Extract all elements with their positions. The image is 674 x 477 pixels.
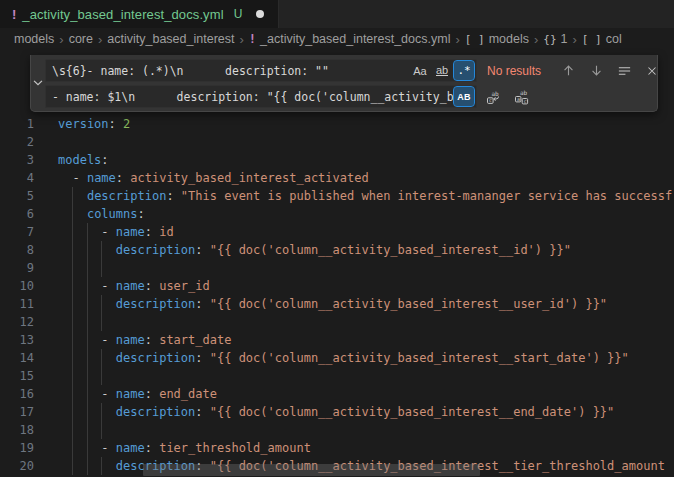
- indent-guide: [72, 313, 73, 331]
- breadcrumb-item[interactable]: {}1: [543, 32, 567, 46]
- line-number: 11: [0, 295, 34, 313]
- horizontal-scrollbar[interactable]: [143, 464, 480, 476]
- line-number: 12: [0, 313, 34, 331]
- yaml-file-icon: !: [12, 7, 16, 22]
- code-line[interactable]: 2: [0, 133, 674, 151]
- code-line[interactable]: 4 - name: activity_based_interest_activa…: [0, 169, 674, 187]
- line-number: 4: [0, 169, 34, 187]
- code-token: :: [195, 351, 209, 365]
- code-token: name: [116, 333, 145, 347]
- whole-word-toggle[interactable]: ab: [432, 61, 452, 80]
- replace-all-button[interactable]: ab a c: [511, 86, 533, 108]
- code-editor[interactable]: 1version: 223models:4 - name: activity_b…: [0, 115, 674, 475]
- code-line[interactable]: 17 description: "{{ doc('column__activit…: [0, 403, 674, 421]
- next-match-button[interactable]: [585, 60, 607, 82]
- line-number: 3: [0, 151, 34, 169]
- line-content: - name: tier_threshold_amount: [34, 439, 674, 457]
- code-line[interactable]: 1version: 2: [0, 115, 674, 133]
- indent-guide: [101, 295, 102, 313]
- line-content: - name: end_date: [34, 385, 674, 403]
- close-find-button[interactable]: [641, 60, 663, 82]
- svg-text:a: a: [517, 95, 520, 101]
- regex-toggle[interactable]: .*: [454, 61, 474, 80]
- code-line[interactable]: 6 columns:: [0, 205, 674, 223]
- code-token: description: [116, 351, 195, 365]
- line-content: models:: [34, 151, 674, 169]
- modified-dot-icon[interactable]: [256, 10, 264, 18]
- close-icon: [645, 64, 659, 78]
- indent-guide: [87, 241, 88, 259]
- code-token: :: [116, 171, 130, 185]
- selection-lines-icon: [617, 63, 632, 78]
- code-token: :: [145, 387, 159, 401]
- replace-button[interactable]: ab c: [483, 86, 505, 108]
- line-content: - name: user_id: [34, 277, 674, 295]
- line-content: description: "{{ doc('column__activity_b…: [34, 349, 674, 367]
- indent-guide: [87, 277, 88, 295]
- indent-guide: [87, 331, 88, 349]
- code-line[interactable]: 13 - name: start_date: [0, 331, 674, 349]
- code-token: :: [101, 153, 108, 167]
- code-line[interactable]: 14 description: "{{ doc('column__activit…: [0, 349, 674, 367]
- line-content: description: "{{ doc('column__activity_b…: [34, 403, 674, 421]
- code-token: :: [195, 243, 209, 257]
- line-number: 15: [0, 367, 34, 385]
- breadcrumb-item[interactable]: models: [14, 32, 54, 46]
- code-line[interactable]: 5 description: "This event is published …: [0, 187, 674, 205]
- find-in-selection-button[interactable]: [613, 60, 635, 82]
- code-token: description: [87, 189, 166, 203]
- breadcrumb-separator-icon: ›: [98, 32, 102, 47]
- svg-text:ab: ab: [492, 89, 500, 96]
- line-number: 5: [0, 187, 34, 205]
- code-line[interactable]: 8 description: "{{ doc('column__activity…: [0, 241, 674, 259]
- code-line[interactable]: 10 - name: user_id: [0, 277, 674, 295]
- indent-guide: [72, 421, 73, 439]
- breadcrumb-item[interactable]: [ ]models: [465, 32, 529, 46]
- arrow-down-icon: [589, 63, 604, 78]
- indent-guide: [72, 403, 73, 421]
- breadcrumb-label: activity_based_interest: [107, 32, 234, 46]
- code-token: user_id: [159, 279, 210, 293]
- breadcrumb-item[interactable]: [ ]col: [582, 32, 622, 46]
- line-number: 9: [0, 259, 34, 277]
- line-number: 14: [0, 349, 34, 367]
- indent-guide: [101, 457, 102, 475]
- chevron-down-icon: [31, 76, 45, 90]
- indent-guide: [72, 295, 73, 313]
- indent-guide: [87, 421, 88, 439]
- find-input[interactable]: \s{6}- name: (.*)\n description: "" Aa a…: [45, 59, 477, 82]
- code-line[interactable]: 9: [0, 259, 674, 277]
- preserve-case-toggle[interactable]: AB: [454, 87, 474, 106]
- find-input-value[interactable]: \s{6}- name: (.*)\n description: "": [46, 64, 410, 78]
- breadcrumb-item[interactable]: core: [69, 32, 93, 46]
- code-line[interactable]: 19 - name: tier_threshold_amount: [0, 439, 674, 457]
- code-line[interactable]: 16 - name: end_date: [0, 385, 674, 403]
- previous-match-button[interactable]: [557, 60, 579, 82]
- indent-guide: [72, 223, 73, 241]
- code-token: tier_threshold_amount: [159, 441, 311, 455]
- code-line[interactable]: 18: [0, 421, 674, 439]
- code-line[interactable]: 15: [0, 367, 674, 385]
- code-line[interactable]: 3models:: [0, 151, 674, 169]
- tab-active-file[interactable]: ! _activity_based_interest_docs.yml U: [0, 0, 279, 28]
- breadcrumb-item[interactable]: !_activity_based_interest_docs.yml: [249, 32, 451, 46]
- indent-guide: [87, 385, 88, 403]
- code-token: :: [166, 189, 180, 203]
- line-content: [34, 367, 674, 385]
- code-token: 2: [123, 117, 130, 131]
- breadcrumb-label: _activity_based_interest_docs.yml: [260, 32, 450, 46]
- toggle-replace-button[interactable]: [31, 55, 45, 111]
- breadcrumb-label: models: [14, 32, 54, 46]
- indent-guide: [101, 313, 102, 331]
- svg-text:ab: ab: [520, 89, 528, 96]
- replace-input-value[interactable]: - name: $1\n description: "{{ doc('colum…: [46, 90, 454, 104]
- breadcrumb-item[interactable]: activity_based_interest: [107, 32, 234, 46]
- match-case-toggle[interactable]: Aa: [410, 61, 430, 80]
- code-line[interactable]: 7 - name: id: [0, 223, 674, 241]
- replace-input[interactable]: - name: $1\n description: "{{ doc('colum…: [45, 85, 477, 108]
- symbol-array-icon: [ ]: [582, 33, 602, 46]
- code-line[interactable]: 12: [0, 313, 674, 331]
- code-token: models: [58, 153, 101, 167]
- code-line[interactable]: 11 description: "{{ doc('column__activit…: [0, 295, 674, 313]
- indent-guide: [101, 403, 102, 421]
